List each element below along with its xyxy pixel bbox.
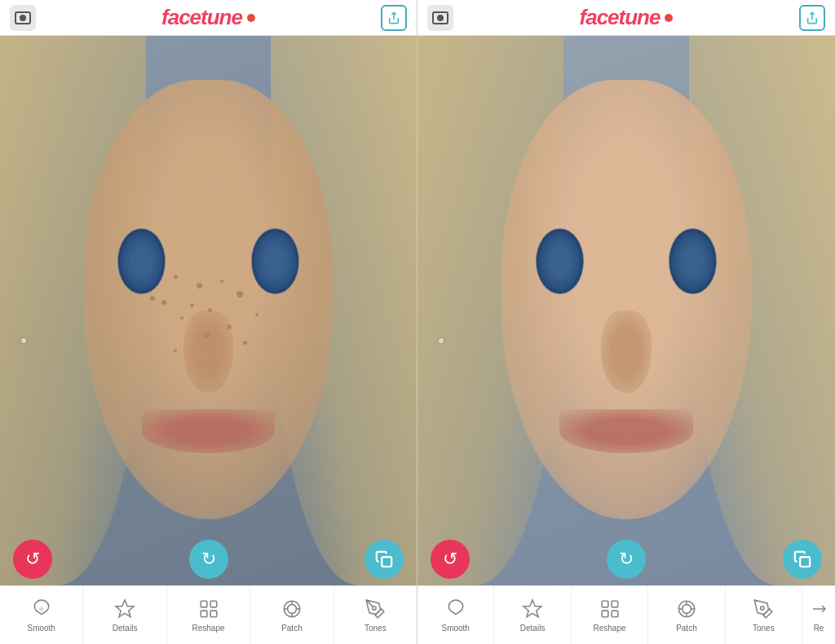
svg-rect-4	[210, 601, 217, 607]
header-left: facetune	[0, 0, 417, 36]
svg-rect-1	[382, 557, 391, 567]
undo-button-right[interactable]: ↺	[431, 540, 470, 579]
undo-icon-left: ↺	[25, 550, 40, 568]
face-photo-left	[0, 36, 417, 585]
toolbar-re-right[interactable]: Re	[802, 586, 835, 644]
svg-marker-16	[524, 600, 541, 617]
smooth-icon-left	[30, 598, 53, 620]
tones-icon-left	[364, 598, 387, 620]
action-buttons-right: ↺ ↻	[418, 540, 835, 579]
gallery-icon-left[interactable]	[10, 5, 36, 31]
eye-right-r	[669, 228, 717, 294]
toolbar-details-left[interactable]: Details	[83, 586, 166, 644]
toolbar-reshape-right[interactable]: Reshape	[572, 586, 648, 644]
undo-button-left[interactable]: ↺	[13, 540, 52, 579]
copy-button-left[interactable]	[364, 540, 404, 579]
notification-dot-right	[665, 14, 673, 22]
svg-marker-2	[116, 600, 134, 617]
toolbar-left: Smooth Details Reshape	[0, 585, 417, 644]
details-icon-right	[521, 598, 544, 620]
svg-rect-6	[210, 611, 217, 617]
action-buttons-left: ↺ ↻	[0, 540, 417, 579]
patch-icon-right	[675, 598, 698, 620]
right-panel: facetune	[418, 0, 835, 644]
nose-right	[601, 311, 651, 393]
re-icon-right	[807, 598, 830, 620]
undo-icon-right: ↺	[443, 550, 457, 568]
redo-icon-right: ↻	[619, 550, 634, 568]
notification-dot-left	[247, 14, 255, 22]
redo-button-right[interactable]: ↻	[607, 540, 646, 579]
earring-right	[439, 338, 444, 343]
svg-point-27	[761, 607, 764, 610]
reshape-icon-left	[197, 598, 220, 620]
toolbar-details-right[interactable]: Details	[494, 586, 571, 644]
title-text-right: facetune	[580, 5, 660, 30]
tones-icon-right	[752, 598, 775, 620]
toolbar-smooth-right[interactable]: Smooth	[418, 586, 494, 644]
photo-area-left: ↺ ↻	[0, 36, 417, 585]
left-panel: facetune	[0, 0, 418, 644]
svg-rect-5	[201, 611, 207, 617]
patch-icon-left	[281, 598, 303, 620]
toolbar-patch-left[interactable]: Patch	[250, 586, 334, 644]
smooth-label-right: Smooth	[441, 624, 469, 633]
smooth-label-left: Smooth	[27, 624, 55, 633]
svg-rect-3	[201, 601, 207, 607]
eye-left-r	[536, 228, 584, 294]
title-text-left: facetune	[161, 5, 242, 30]
reshape-icon-right	[599, 598, 621, 620]
svg-point-8	[288, 605, 297, 614]
svg-rect-19	[602, 611, 608, 617]
face-photo-right	[418, 36, 835, 585]
svg-point-13	[373, 607, 376, 610]
toolbar-reshape-left[interactable]: Reshape	[167, 586, 250, 644]
tones-label-left: Tones	[364, 624, 387, 633]
photo-area-right: ↺ ↻	[418, 36, 835, 585]
toolbar-right: Smooth Details Reshape	[418, 585, 835, 644]
smooth-icon-right	[444, 598, 467, 620]
mouth-left	[142, 409, 276, 453]
mouth-right	[559, 409, 693, 453]
share-icon-right[interactable]	[799, 5, 825, 31]
svg-rect-15	[800, 557, 810, 567]
reshape-label-left: Reshape	[192, 624, 225, 633]
toolbar-patch-right[interactable]: Patch	[648, 586, 725, 644]
re-label-right: Re	[814, 624, 824, 633]
share-icon-left[interactable]	[381, 5, 407, 31]
copy-button-right[interactable]	[783, 540, 822, 579]
reshape-label-right: Reshape	[594, 624, 626, 633]
details-label-right: Details	[520, 624, 546, 633]
toolbar-tones-left[interactable]: Tones	[334, 586, 417, 644]
details-label-left: Details	[113, 624, 138, 633]
patch-label-right: Patch	[676, 624, 697, 633]
details-icon-left	[113, 598, 136, 620]
patch-label-left: Patch	[281, 624, 303, 633]
toolbar-smooth-left[interactable]: Smooth	[0, 586, 83, 644]
tones-label-right: Tones	[753, 624, 775, 633]
app-title-left: facetune	[161, 5, 255, 30]
svg-point-22	[683, 605, 691, 614]
redo-icon-left: ↻	[201, 550, 216, 568]
app-title-right: facetune	[580, 5, 674, 30]
nose-left	[183, 311, 233, 393]
svg-rect-17	[602, 601, 608, 607]
earring-left	[21, 338, 26, 343]
redo-button-left[interactable]: ↻	[189, 540, 228, 579]
svg-rect-20	[612, 611, 618, 617]
header-right: facetune	[418, 0, 835, 36]
svg-rect-18	[612, 601, 618, 607]
gallery-icon-right[interactable]	[427, 5, 453, 31]
toolbar-tones-right[interactable]: Tones	[726, 586, 802, 644]
